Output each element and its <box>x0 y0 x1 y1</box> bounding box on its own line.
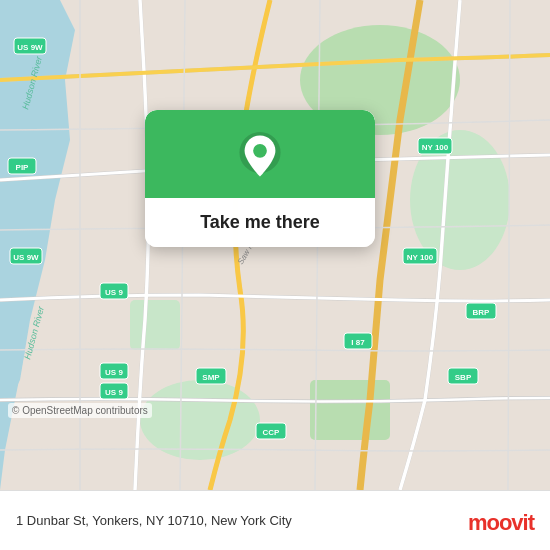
overlay-card: Take me there <box>145 110 375 247</box>
svg-text:US 9: US 9 <box>105 288 123 297</box>
card-green-section <box>145 110 375 198</box>
svg-text:BRP: BRP <box>473 308 491 317</box>
svg-text:CCP: CCP <box>263 428 281 437</box>
svg-text:PIP: PIP <box>16 163 30 172</box>
copyright-text: © OpenStreetMap contributors <box>8 403 152 418</box>
svg-text:SBP: SBP <box>455 373 472 382</box>
svg-text:NY 100: NY 100 <box>407 253 434 262</box>
svg-rect-7 <box>130 300 180 350</box>
take-me-there-button[interactable]: Take me there <box>145 198 375 247</box>
svg-text:SMP: SMP <box>202 373 220 382</box>
svg-text:US 9W: US 9W <box>13 253 39 262</box>
moovit-logo: moovit <box>468 510 534 536</box>
svg-rect-5 <box>310 380 390 440</box>
svg-text:US 9: US 9 <box>105 368 123 377</box>
svg-text:NY 100: NY 100 <box>422 143 449 152</box>
svg-text:US 9W: US 9W <box>17 43 43 52</box>
svg-point-6 <box>140 380 260 460</box>
bottom-bar: 1 Dunbar St, Yonkers, NY 10710, New York… <box>0 490 550 550</box>
svg-text:US 9: US 9 <box>105 388 123 397</box>
svg-text:I 87: I 87 <box>351 338 365 347</box>
location-pin-icon <box>236 132 284 180</box>
address-text: 1 Dunbar St, Yonkers, NY 10710, New York… <box>16 513 292 528</box>
map-container: Hudson River Hudson River Saw Mill US 9W… <box>0 0 550 490</box>
svg-point-40 <box>253 144 267 158</box>
